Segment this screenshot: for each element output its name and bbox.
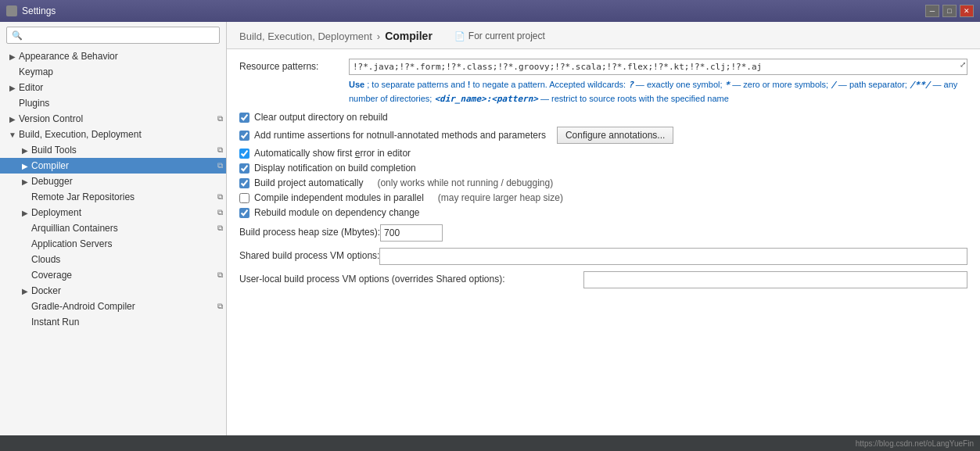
main-panel: Build, Execution, Deployment › Compiler … [227, 22, 980, 435]
checkbox-row-rebuild-dep: Rebuild module on dependency change [239, 207, 967, 218]
sidebar-item-docker[interactable]: ▶Docker [0, 283, 226, 299]
hint-dstar: /**/ [910, 80, 931, 90]
breadcrumb-project-label: For current project [468, 30, 545, 41]
titlebar: Settings ─ □ ✕ [0, 0, 980, 22]
sidebar-item-label-instant-run: Instant Run [31, 317, 226, 328]
sidebar-copy-icon-build-tools: ⧉ [214, 145, 226, 155]
tree-arrow-debugger: ▶ [19, 177, 31, 186]
breadcrumb-current: Compiler [385, 30, 433, 42]
sidebar-item-plugins[interactable]: Plugins [0, 95, 226, 111]
sidebar-item-label-keymap: Keymap [19, 66, 226, 77]
sidebar-copy-icon-version-control: ⧉ [214, 114, 226, 123]
checkbox-display-notif[interactable] [239, 163, 249, 174]
tree-arrow-appearance: ▶ [6, 52, 19, 61]
sidebar-item-keymap[interactable]: Keymap [0, 64, 226, 80]
resource-input-wrap: ⤢ [349, 59, 967, 75]
sidebar-item-label-clouds: Clouds [31, 254, 226, 265]
checkbox-auto-show-error[interactable] [239, 149, 249, 159]
checkbox-compile-parallel[interactable] [239, 193, 249, 203]
checkbox-rebuild-dep[interactable] [239, 208, 249, 218]
sidebar-item-coverage[interactable]: Coverage⧉ [0, 267, 226, 283]
maximize-button[interactable]: □ [942, 5, 957, 17]
shared-vm-input[interactable] [379, 248, 967, 265]
sidebar-item-label-version-control: Version Control [19, 113, 214, 124]
checkbox-note-build-auto: (only works while not running / debuggin… [377, 177, 553, 188]
sidebar-item-label-build-tools: Build Tools [31, 145, 214, 156]
main-header: Build, Execution, Deployment › Compiler … [227, 22, 980, 49]
sidebar-item-arquillian[interactable]: Arquillian Containers⧉ [0, 220, 226, 236]
sidebar-item-label-plugins: Plugins [19, 98, 226, 109]
tree-arrow-editor: ▶ [6, 84, 19, 92]
sidebar-item-version-control[interactable]: ▶Version Control⧉ [0, 111, 226, 127]
window-title: Settings [22, 5, 56, 16]
checkbox-row-auto-show-error: Automatically show first error in editor [239, 148, 967, 159]
user-vm-value [583, 271, 967, 288]
sidebar-copy-icon-gradle-android: ⧉ [214, 302, 226, 311]
close-button[interactable]: ✕ [960, 5, 974, 17]
sidebar-item-gradle-android[interactable]: Gradle-Android Compiler⧉ [0, 299, 226, 314]
user-vm-input[interactable] [583, 271, 967, 288]
checkbox-label-rebuild-dep: Rebuild module on dependency change [254, 207, 420, 218]
hint-exclaim: ! [468, 80, 471, 89]
sidebar-item-deployment[interactable]: ▶Deployment⧉ [0, 205, 226, 220]
sidebar-item-build-tools[interactable]: ▶Build Tools⧉ [0, 142, 226, 158]
search-icon: 🔍 [12, 30, 23, 41]
hint-use: Use [349, 80, 364, 89]
search-input[interactable] [26, 30, 214, 41]
sidebar-item-remote-jar[interactable]: Remote Jar Repositories⧉ [0, 189, 226, 205]
breadcrumb-arrow: › [377, 30, 380, 42]
project-icon: 📄 [454, 31, 465, 41]
content-area: 🔍 ▶Appearance & BehaviorKeymap▶EditorPlu… [0, 22, 980, 435]
sidebar-item-editor[interactable]: ▶Editor [0, 80, 226, 95]
sidebar-item-label-appearance: Appearance & Behavior [19, 51, 226, 62]
sidebar-item-app-servers[interactable]: Application Servers [0, 236, 226, 252]
sidebar-item-appearance[interactable]: ▶Appearance & Behavior [0, 48, 226, 64]
sidebar-copy-icon-coverage: ⧉ [214, 270, 226, 280]
bottom-bar: https://blog.csdn.net/oLangYueFin [0, 435, 980, 451]
app-icon [6, 5, 17, 16]
sidebar-item-label-debugger: Debugger [31, 176, 226, 187]
checkbox-row-compile-parallel: Compile independent modules in parallel(… [239, 192, 967, 203]
search-box[interactable]: 🔍 [6, 27, 220, 44]
main-body: Resource patterns: ⤢ Use ; to separate p… [227, 49, 980, 435]
breadcrumb-project: 📄 For current project [454, 30, 545, 41]
sidebar-item-clouds[interactable]: Clouds [0, 252, 226, 267]
resource-patterns-value: ⤢ Use ; to separate patterns and ! to ne… [349, 59, 967, 106]
tree-arrow-docker: ▶ [19, 287, 31, 295]
sidebar-item-label-compiler: Compiler [31, 160, 214, 171]
checkbox-row-display-notif: Display notification on build completion [239, 163, 967, 174]
checkbox-label-add-runtime: Add runtime assertions for notnull-annot… [254, 130, 546, 141]
sidebar-copy-icon-deployment: ⧉ [214, 208, 226, 217]
checkbox-clear-output[interactable] [239, 113, 249, 123]
breadcrumb-parent: Build, Execution, Deployment [239, 30, 372, 42]
resource-hint: Use ; to separate patterns and ! to nega… [349, 78, 967, 106]
sidebar-item-build-exec-deploy[interactable]: ▼Build, Execution, Deployment [0, 127, 226, 142]
shared-vm-value [379, 248, 967, 265]
sidebar-item-label-remote-jar: Remote Jar Repositories [31, 191, 214, 202]
shared-vm-label: Shared build process VM options: [239, 248, 379, 261]
sidebar-item-label-app-servers: Application Servers [31, 238, 226, 249]
bottom-url: https://blog.csdn.net/oLangYueFin [856, 439, 974, 448]
tree-arrow-compiler: ▶ [19, 162, 31, 170]
sidebar-item-instant-run[interactable]: Instant Run [0, 314, 226, 330]
hint-slash: / [831, 80, 836, 90]
user-vm-row: User-local build process VM options (ove… [239, 271, 967, 288]
sidebar-item-label-coverage: Coverage [31, 270, 214, 281]
configure-annotations-button[interactable]: Configure annotations... [557, 127, 673, 144]
titlebar-controls: ─ □ ✕ [925, 5, 974, 17]
sidebar-item-debugger[interactable]: ▶Debugger [0, 174, 226, 189]
sidebar-item-compiler[interactable]: ▶Compiler⧉ [0, 158, 226, 174]
settings-window: Settings ─ □ ✕ 🔍 ▶Appearance & BehaviorK… [0, 0, 980, 451]
tree-arrow-deployment: ▶ [19, 209, 31, 217]
heap-size-input[interactable] [380, 224, 443, 242]
resource-expand-button[interactable]: ⤢ [960, 60, 966, 69]
checkboxes-container: Clear output directory on rebuildAdd run… [239, 112, 967, 218]
checkbox-add-runtime[interactable] [239, 131, 249, 141]
heap-size-value [380, 224, 443, 242]
checkbox-label-display-notif: Display notification on build completion [254, 163, 416, 174]
checkbox-build-auto[interactable] [239, 178, 249, 188]
hint-q: ? [628, 80, 634, 90]
sidebar-item-label-arquillian: Arquillian Containers [31, 223, 214, 234]
minimize-button[interactable]: ─ [925, 5, 939, 17]
resource-patterns-input[interactable] [349, 59, 967, 75]
